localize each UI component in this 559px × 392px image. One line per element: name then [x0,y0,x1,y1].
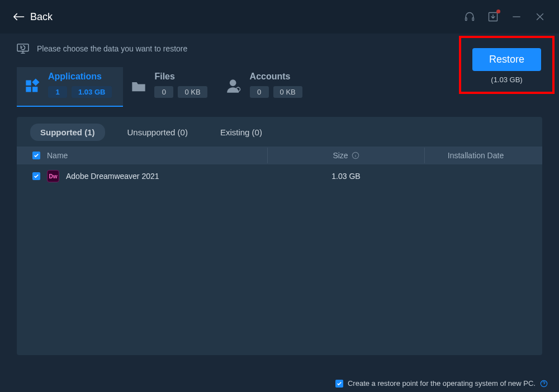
back-label: Back [30,11,53,23]
tab-applications-label: Applications [48,72,112,82]
svg-rect-5 [26,87,31,92]
restore-button[interactable]: Restore [472,48,541,71]
headset-icon[interactable] [464,11,475,22]
app-icon: Dw [47,170,59,182]
col-size-header: Size [333,151,348,160]
svg-rect-0 [466,18,467,21]
info-icon[interactable] [352,152,359,159]
row-size: 1.03 GB [268,172,424,181]
window-controls [464,11,546,22]
monitor-refresh-icon [17,44,29,54]
row-checkbox[interactable] [32,172,40,180]
svg-rect-4 [26,81,31,86]
top-area: Applications 1 1.03 GB Files 0 0 KB [17,67,542,107]
main-panel: Supported (1) Unsupported (0) Existing (… [17,117,542,355]
user-gear-icon [226,77,242,95]
back-button[interactable]: Back [13,11,53,23]
row-name: Adobe Dreamweaver 2021 [66,172,159,181]
accounts-size-badge: 0 KB [273,86,302,98]
help-icon[interactable] [540,380,548,388]
content-area: Please choose the data you want to resto… [0,34,559,361]
tab-files[interactable]: Files 0 0 KB [123,67,218,107]
tab-accounts[interactable]: Accounts 0 0 KB [219,67,314,107]
download-icon[interactable] [487,11,499,22]
notification-dot [496,10,500,13]
category-tabs: Applications 1 1.03 GB Files 0 0 KB [17,67,314,107]
tab-accounts-label: Accounts [250,72,302,82]
table-header: Name Size Installation Date [17,147,542,164]
apps-icon [25,77,40,95]
instruction-text: Please choose the data you want to resto… [37,44,187,53]
svg-rect-1 [472,18,474,21]
table-row[interactable]: Dw Adobe Dreamweaver 2021 1.03 GB [17,164,542,188]
filter-tabs: Supported (1) Unsupported (0) Existing (… [17,124,542,147]
restore-point-label: Create a restore point for the operating… [348,379,536,388]
accounts-count-badge: 0 [250,86,269,98]
tab-applications[interactable]: Applications 1 1.03 GB [17,67,123,107]
folder-icon [131,77,146,95]
restore-size-label: (1.03 GB) [491,75,522,84]
svg-rect-3 [17,44,29,51]
filter-existing[interactable]: Existing (0) [210,124,272,141]
col-date-header: Installation Date [425,151,527,160]
filter-supported[interactable]: Supported (1) [30,124,105,141]
svg-rect-6 [32,87,37,92]
footer: Create a restore point for the operating… [335,379,548,388]
minimize-button[interactable] [511,11,522,22]
tab-files-label: Files [154,72,207,82]
apps-count-badge: 1 [48,86,67,98]
filter-unsupported[interactable]: Unsupported (0) [117,124,198,141]
arrow-left-icon [13,12,25,21]
table-body: Dw Adobe Dreamweaver 2021 1.03 GB [17,164,542,355]
restore-point-checkbox[interactable] [335,380,343,388]
svg-rect-7 [32,78,39,86]
restore-highlight-box: Restore (1.03 GB) [459,36,555,94]
titlebar: Back [0,0,559,34]
files-count-badge: 0 [154,86,173,98]
svg-point-8 [229,79,236,86]
apps-size-badge: 1.03 GB [72,86,112,98]
files-size-badge: 0 KB [178,86,207,98]
select-all-checkbox[interactable] [32,152,40,159]
col-name-header: Name [47,151,68,160]
close-button[interactable] [534,11,546,22]
